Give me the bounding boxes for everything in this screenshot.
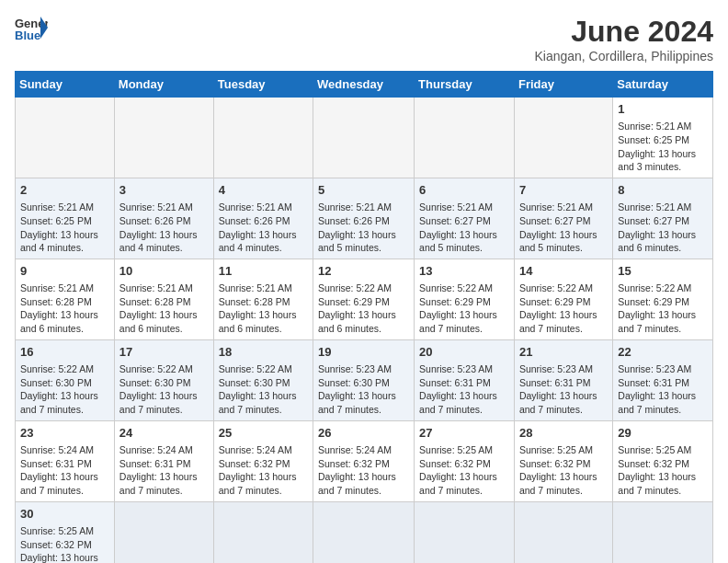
- day-number: 24: [119, 425, 209, 442]
- day-number: 23: [20, 425, 109, 442]
- calendar-header: General Blue June 2024 Kiangan, Cordille…: [15, 15, 713, 63]
- day-info: Sunrise: 5:21 AM Sunset: 6:25 PM Dayligh…: [618, 120, 708, 174]
- day-info: Sunrise: 5:22 AM Sunset: 6:29 PM Dayligh…: [419, 282, 509, 336]
- day-number: 7: [519, 182, 608, 199]
- calendar-day-cell: 20Sunrise: 5:23 AM Sunset: 6:31 PM Dayli…: [415, 339, 515, 420]
- calendar-body: 1Sunrise: 5:21 AM Sunset: 6:25 PM Daylig…: [16, 98, 713, 564]
- day-info: Sunrise: 5:24 AM Sunset: 6:32 PM Dayligh…: [318, 443, 409, 498]
- calendar-day-cell: [16, 98, 115, 178]
- day-info: Sunrise: 5:21 AM Sunset: 6:26 PM Dayligh…: [119, 201, 209, 255]
- day-info: Sunrise: 5:21 AM Sunset: 6:26 PM Dayligh…: [219, 201, 308, 255]
- weekday-header-friday: Friday: [514, 72, 612, 98]
- day-number: 12: [318, 263, 409, 280]
- day-number: 5: [318, 182, 409, 199]
- calendar-day-cell: 3Sunrise: 5:21 AM Sunset: 6:26 PM Daylig…: [114, 178, 213, 259]
- calendar-day-cell: 19Sunrise: 5:23 AM Sunset: 6:30 PM Dayli…: [313, 339, 415, 420]
- day-number: 15: [618, 263, 708, 280]
- calendar-day-cell: 9Sunrise: 5:21 AM Sunset: 6:28 PM Daylig…: [16, 259, 115, 339]
- calendar-day-cell: 25Sunrise: 5:24 AM Sunset: 6:32 PM Dayli…: [213, 420, 313, 501]
- calendar-day-cell: 27Sunrise: 5:25 AM Sunset: 6:32 PM Dayli…: [415, 420, 515, 501]
- weekday-header-tuesday: Tuesday: [213, 72, 313, 98]
- day-number: 9: [20, 263, 109, 280]
- day-number: 3: [119, 182, 209, 199]
- day-info: Sunrise: 5:21 AM Sunset: 6:25 PM Dayligh…: [20, 201, 109, 255]
- day-info: Sunrise: 5:24 AM Sunset: 6:32 PM Dayligh…: [219, 443, 308, 498]
- calendar-week-row: 16Sunrise: 5:22 AM Sunset: 6:30 PM Dayli…: [16, 339, 713, 420]
- calendar-day-cell: 17Sunrise: 5:22 AM Sunset: 6:30 PM Dayli…: [114, 339, 213, 420]
- day-info: Sunrise: 5:23 AM Sunset: 6:31 PM Dayligh…: [419, 362, 509, 417]
- day-number: 6: [419, 182, 509, 199]
- logo: General Blue: [15, 15, 48, 42]
- calendar-day-cell: [213, 501, 313, 563]
- calendar-week-row: 2Sunrise: 5:21 AM Sunset: 6:25 PM Daylig…: [16, 178, 713, 259]
- day-number: 10: [119, 263, 209, 280]
- calendar-day-cell: [514, 98, 612, 178]
- calendar-day-cell: 11Sunrise: 5:21 AM Sunset: 6:28 PM Dayli…: [213, 259, 313, 339]
- calendar-day-cell: 10Sunrise: 5:21 AM Sunset: 6:28 PM Dayli…: [114, 259, 213, 339]
- day-number: 19: [318, 344, 409, 361]
- calendar-day-cell: [313, 98, 415, 178]
- day-info: Sunrise: 5:22 AM Sunset: 6:30 PM Dayligh…: [219, 362, 308, 417]
- day-info: Sunrise: 5:21 AM Sunset: 6:28 PM Dayligh…: [219, 282, 308, 336]
- calendar-day-cell: 5Sunrise: 5:21 AM Sunset: 6:26 PM Daylig…: [313, 178, 415, 259]
- weekday-header-thursday: Thursday: [415, 72, 515, 98]
- calendar-day-cell: 30Sunrise: 5:25 AM Sunset: 6:32 PM Dayli…: [16, 501, 115, 563]
- day-info: Sunrise: 5:22 AM Sunset: 6:29 PM Dayligh…: [519, 282, 608, 336]
- calendar-day-cell: 15Sunrise: 5:22 AM Sunset: 6:29 PM Dayli…: [613, 259, 713, 339]
- day-info: Sunrise: 5:22 AM Sunset: 6:30 PM Dayligh…: [119, 362, 209, 417]
- day-number: 21: [519, 344, 608, 361]
- calendar-week-row: 30Sunrise: 5:25 AM Sunset: 6:32 PM Dayli…: [16, 501, 713, 563]
- day-number: 2: [20, 182, 109, 199]
- day-number: 8: [618, 182, 708, 199]
- calendar-table: SundayMondayTuesdayWednesdayThursdayFrid…: [15, 71, 713, 563]
- calendar-day-cell: 6Sunrise: 5:21 AM Sunset: 6:27 PM Daylig…: [415, 178, 515, 259]
- calendar-day-cell: 23Sunrise: 5:24 AM Sunset: 6:31 PM Dayli…: [16, 420, 115, 501]
- day-number: 11: [219, 263, 308, 280]
- calendar-day-cell: 18Sunrise: 5:22 AM Sunset: 6:30 PM Dayli…: [213, 339, 313, 420]
- day-info: Sunrise: 5:22 AM Sunset: 6:29 PM Dayligh…: [618, 282, 708, 336]
- weekday-header-wednesday: Wednesday: [313, 72, 415, 98]
- calendar-day-cell: 12Sunrise: 5:22 AM Sunset: 6:29 PM Dayli…: [313, 259, 415, 339]
- calendar-week-row: 9Sunrise: 5:21 AM Sunset: 6:28 PM Daylig…: [16, 259, 713, 339]
- day-info: Sunrise: 5:25 AM Sunset: 6:32 PM Dayligh…: [20, 524, 109, 563]
- calendar-day-cell: 2Sunrise: 5:21 AM Sunset: 6:25 PM Daylig…: [16, 178, 115, 259]
- day-number: 16: [20, 344, 109, 361]
- day-number: 14: [519, 263, 608, 280]
- calendar-day-cell: [114, 98, 213, 178]
- day-number: 22: [618, 344, 708, 361]
- weekday-header-sunday: Sunday: [16, 72, 115, 98]
- day-info: Sunrise: 5:25 AM Sunset: 6:32 PM Dayligh…: [618, 443, 708, 498]
- calendar-day-cell: 21Sunrise: 5:23 AM Sunset: 6:31 PM Dayli…: [514, 339, 612, 420]
- day-number: 27: [419, 425, 509, 442]
- day-info: Sunrise: 5:21 AM Sunset: 6:28 PM Dayligh…: [20, 282, 109, 336]
- day-info: Sunrise: 5:21 AM Sunset: 6:27 PM Dayligh…: [618, 201, 708, 255]
- day-info: Sunrise: 5:22 AM Sunset: 6:30 PM Dayligh…: [20, 362, 109, 417]
- weekday-header-monday: Monday: [114, 72, 213, 98]
- day-number: 1: [618, 101, 708, 118]
- day-info: Sunrise: 5:21 AM Sunset: 6:26 PM Dayligh…: [318, 201, 409, 255]
- day-info: Sunrise: 5:21 AM Sunset: 6:27 PM Dayligh…: [419, 201, 509, 255]
- calendar-day-cell: 13Sunrise: 5:22 AM Sunset: 6:29 PM Dayli…: [415, 259, 515, 339]
- calendar-subtitle: Kiangan, Cordillera, Philippines: [534, 49, 713, 63]
- day-number: 17: [119, 344, 209, 361]
- calendar-day-cell: [313, 501, 415, 563]
- day-number: 30: [20, 506, 109, 523]
- calendar-day-cell: 8Sunrise: 5:21 AM Sunset: 6:27 PM Daylig…: [613, 178, 713, 259]
- calendar-day-cell: 29Sunrise: 5:25 AM Sunset: 6:32 PM Dayli…: [613, 420, 713, 501]
- calendar-day-cell: 14Sunrise: 5:22 AM Sunset: 6:29 PM Dayli…: [514, 259, 612, 339]
- day-number: 29: [618, 425, 708, 442]
- calendar-day-cell: 22Sunrise: 5:23 AM Sunset: 6:31 PM Dayli…: [613, 339, 713, 420]
- day-number: 25: [219, 425, 308, 442]
- calendar-day-cell: [514, 501, 612, 563]
- svg-text:Blue: Blue: [15, 29, 40, 42]
- calendar-title: June 2024: [534, 15, 713, 49]
- day-number: 4: [219, 182, 308, 199]
- day-info: Sunrise: 5:22 AM Sunset: 6:29 PM Dayligh…: [318, 282, 409, 336]
- calendar-day-cell: 26Sunrise: 5:24 AM Sunset: 6:32 PM Dayli…: [313, 420, 415, 501]
- title-area: June 2024 Kiangan, Cordillera, Philippin…: [534, 15, 713, 63]
- day-info: Sunrise: 5:23 AM Sunset: 6:31 PM Dayligh…: [519, 362, 608, 417]
- day-number: 28: [519, 425, 608, 442]
- calendar-day-cell: 1Sunrise: 5:21 AM Sunset: 6:25 PM Daylig…: [613, 98, 713, 178]
- day-number: 13: [419, 263, 509, 280]
- day-info: Sunrise: 5:21 AM Sunset: 6:28 PM Dayligh…: [119, 282, 209, 336]
